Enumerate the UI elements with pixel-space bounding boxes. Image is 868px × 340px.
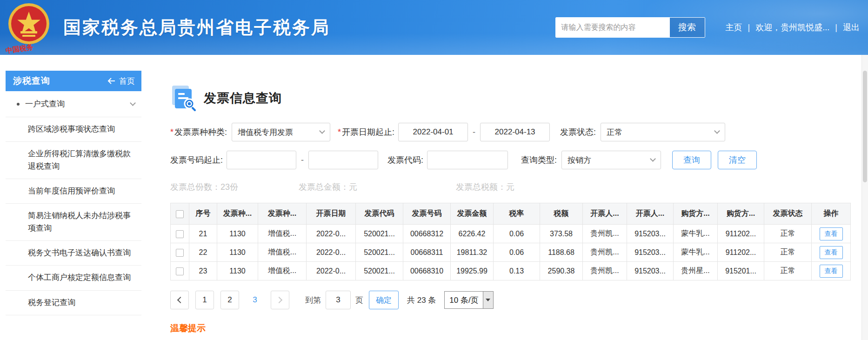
chevron-down-icon <box>714 128 720 134</box>
page-button-2[interactable]: 2 <box>220 291 239 309</box>
totals-summary: 发票总份数：23份 发票总金额：元 发票总税额：元 <box>170 181 845 193</box>
total-amount: 发票总金额：元 <box>299 181 357 193</box>
query-type-label: 查询类型: <box>521 154 557 166</box>
nav-home-link[interactable]: 主页 <box>726 22 742 33</box>
sidebar-item[interactable]: 当前年度信用预评价查询 <box>6 179 141 204</box>
invoice-number-from-input[interactable] <box>227 151 296 169</box>
table-cell: 增值税... <box>258 262 307 280</box>
table-cell: 2022-0... <box>307 262 356 280</box>
sidebar-item[interactable]: 个体工商户核定定额信息查询 <box>6 266 141 290</box>
row-action-cell: 查看 <box>812 262 851 280</box>
column-header: 发票状态 <box>764 203 812 225</box>
header: 中国税务 国家税务总局贵州省电子税务局 搜索 主页 | 欢迎，贵州凯悦盛... … <box>0 0 868 55</box>
invoice-search-icon <box>170 85 196 112</box>
table-cell: 贵州星... <box>674 262 718 280</box>
site-title: 国家税务总局贵州省电子税务局 <box>63 16 330 40</box>
sidebar-item[interactable]: 简易注销纳税人未办结涉税事项查询 <box>6 204 141 241</box>
prev-page-button[interactable] <box>170 291 189 309</box>
select-arrow-icon <box>483 292 493 308</box>
table-cell: 正常 <box>764 243 812 262</box>
sidebar-item[interactable]: 税务登记查询 <box>6 291 141 315</box>
table-cell: 2590.38 <box>540 262 583 280</box>
row-action-cell: 查看 <box>812 225 851 243</box>
table-cell: 贵州凯... <box>583 225 627 243</box>
sidebar-home-link[interactable]: 首页 <box>107 76 135 87</box>
table-cell: 0.06 <box>494 225 540 243</box>
invoice-status-value: 正常 <box>607 127 622 138</box>
table-cell: 22 <box>189 243 217 262</box>
table-cell: 2022-0... <box>307 243 356 262</box>
chevron-right-icon <box>276 297 282 303</box>
invoice-type-select[interactable]: 增值税专用发票 <box>232 123 330 141</box>
total-tax: 发票总税额：元 <box>456 181 514 193</box>
view-button[interactable]: 查看 <box>820 246 843 259</box>
page-title: 发票信息查询 <box>204 90 282 107</box>
date-from-input[interactable] <box>398 123 468 141</box>
nav-welcome-link[interactable]: 欢迎，贵州凯悦盛... <box>755 22 829 33</box>
table-row: 221130增值税...2022-0...520021...0066831119… <box>171 243 851 262</box>
page-button-3[interactable]: 3 <box>246 291 264 309</box>
invoice-code-label: 发票代码: <box>387 154 423 166</box>
date-range-label: *开票日期起止: <box>338 127 394 138</box>
table-cell: 520021... <box>356 225 403 243</box>
row-checkbox[interactable] <box>176 249 184 257</box>
query-button[interactable]: 查询 <box>672 151 711 169</box>
invoice-status-select[interactable]: 正常 <box>601 123 725 141</box>
top-nav: 主页 | 欢迎，贵州凯悦盛... | 退出 <box>726 22 860 33</box>
table-cell: 0.13 <box>494 262 540 280</box>
table-cell: 19925.99 <box>451 262 494 280</box>
page-size-select[interactable]: 10 条/页 <box>444 291 493 309</box>
next-page-button[interactable] <box>271 291 289 309</box>
table-cell: 2022-0... <box>307 225 356 243</box>
view-button[interactable]: 查看 <box>820 265 843 278</box>
sidebar-item[interactable]: 企业所得税汇算清缴多缴税款退税查询 <box>6 142 141 179</box>
sidebar-item[interactable]: 税务文书电子送达确认书查询 <box>6 241 141 266</box>
search-input[interactable] <box>556 18 669 37</box>
table-cell: 0.06 <box>494 243 540 262</box>
select-all-checkbox[interactable] <box>176 210 184 218</box>
page-unit-label: 页 <box>355 295 363 306</box>
date-to-input[interactable] <box>480 123 550 141</box>
invoice-code-input[interactable] <box>427 151 508 169</box>
table-cell: 23 <box>189 262 217 280</box>
table-row: 231130增值税...2022-0...520021...0066831019… <box>171 262 851 280</box>
scrollbar-thumb[interactable] <box>863 71 867 182</box>
query-type-value: 按销方 <box>568 155 591 166</box>
table-cell: 增值税... <box>258 243 307 262</box>
required-mark: * <box>338 127 341 137</box>
page-scrollbar[interactable] <box>861 55 868 340</box>
row-checkbox[interactable] <box>176 267 184 275</box>
table-cell: 911202... <box>718 225 764 243</box>
nav-logout-link[interactable]: 退出 <box>843 22 860 33</box>
sidebar-item[interactable]: 跨区域涉税事项状态查询 <box>6 117 141 142</box>
row-select-cell <box>171 243 189 262</box>
column-header: 开票人... <box>583 203 627 225</box>
table-cell: 915203... <box>627 262 674 280</box>
bullet-icon <box>17 103 20 106</box>
view-button[interactable]: 查看 <box>820 227 843 240</box>
column-header: 开票日期 <box>307 203 356 225</box>
goto-page-input[interactable] <box>326 291 351 309</box>
search-button[interactable]: 搜索 <box>669 18 705 37</box>
sidebar-home-label: 首页 <box>119 76 135 87</box>
table-cell: 00668312 <box>403 225 451 243</box>
query-form-row-2: 发票号码起止: - 发票代码: 查询类型: 按销方 查询 清空 <box>170 151 845 169</box>
table-cell: 915201... <box>718 262 764 280</box>
table-cell: 915203... <box>627 243 674 262</box>
table-cell: 6226.42 <box>451 225 494 243</box>
table-cell: 915203... <box>627 225 674 243</box>
row-checkbox[interactable] <box>176 230 184 238</box>
clear-button[interactable]: 清空 <box>718 151 757 169</box>
table-cell: 911202... <box>718 243 764 262</box>
query-type-select[interactable]: 按销方 <box>561 151 661 169</box>
sidebar-item-top[interactable]: 一户式查询 <box>6 91 141 117</box>
column-header: 发票金额 <box>451 203 494 225</box>
column-header: 序号 <box>189 203 217 225</box>
invoice-number-to-input[interactable] <box>308 151 378 169</box>
table-cell: 00668310 <box>403 262 451 280</box>
column-header: 开票人... <box>627 203 674 225</box>
goto-confirm-button[interactable]: 确定 <box>369 291 399 309</box>
date-separator: - <box>473 127 475 137</box>
page-button-1[interactable]: 1 <box>195 291 214 309</box>
table-cell: 贵州凯... <box>583 243 627 262</box>
